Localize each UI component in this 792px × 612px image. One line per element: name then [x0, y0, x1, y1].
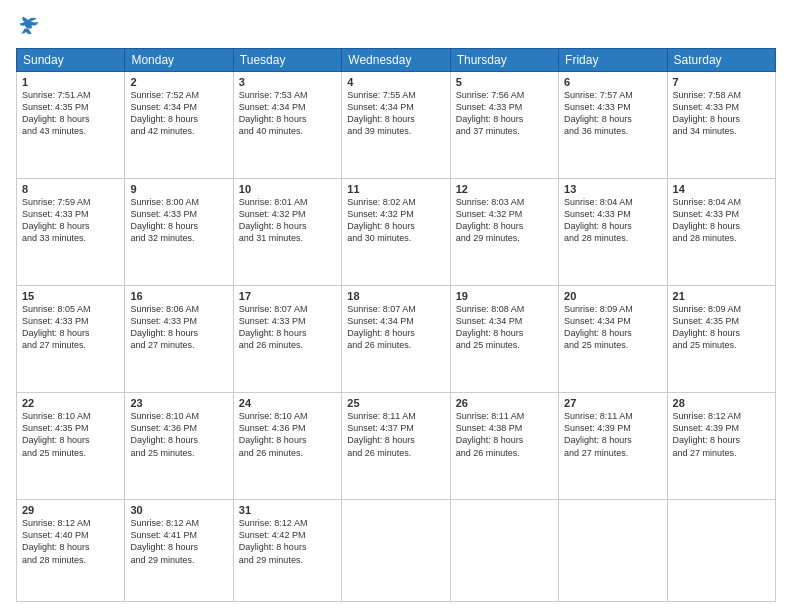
day-cell-3: 3Sunrise: 7:53 AMSunset: 4:34 PMDaylight…: [233, 72, 341, 179]
day-number: 4: [347, 76, 444, 88]
day-cell-5: 5Sunrise: 7:56 AMSunset: 4:33 PMDaylight…: [450, 72, 558, 179]
cell-content: Sunrise: 8:04 AMSunset: 4:33 PMDaylight:…: [673, 196, 770, 245]
weekday-header-monday: Monday: [125, 49, 233, 72]
weekday-header-thursday: Thursday: [450, 49, 558, 72]
day-number: 1: [22, 76, 119, 88]
cell-content: Sunrise: 8:09 AMSunset: 4:35 PMDaylight:…: [673, 303, 770, 352]
empty-cell: [450, 500, 558, 602]
day-number: 29: [22, 504, 119, 516]
weekday-header-row: SundayMondayTuesdayWednesdayThursdayFrid…: [17, 49, 776, 72]
cell-content: Sunrise: 8:00 AMSunset: 4:33 PMDaylight:…: [130, 196, 227, 245]
day-number: 14: [673, 183, 770, 195]
weekday-header-saturday: Saturday: [667, 49, 775, 72]
logo-bird-icon: [16, 16, 40, 36]
day-number: 26: [456, 397, 553, 409]
day-cell-6: 6Sunrise: 7:57 AMSunset: 4:33 PMDaylight…: [559, 72, 667, 179]
cell-content: Sunrise: 8:08 AMSunset: 4:34 PMDaylight:…: [456, 303, 553, 352]
day-cell-14: 14Sunrise: 8:04 AMSunset: 4:33 PMDayligh…: [667, 179, 775, 286]
day-cell-24: 24Sunrise: 8:10 AMSunset: 4:36 PMDayligh…: [233, 393, 341, 500]
cell-content: Sunrise: 8:12 AMSunset: 4:39 PMDaylight:…: [673, 410, 770, 459]
logo: [16, 16, 42, 40]
week-row-1: 1Sunrise: 7:51 AMSunset: 4:35 PMDaylight…: [17, 72, 776, 179]
day-number: 11: [347, 183, 444, 195]
cell-content: Sunrise: 7:55 AMSunset: 4:34 PMDaylight:…: [347, 89, 444, 138]
day-cell-9: 9Sunrise: 8:00 AMSunset: 4:33 PMDaylight…: [125, 179, 233, 286]
day-number: 27: [564, 397, 661, 409]
day-cell-21: 21Sunrise: 8:09 AMSunset: 4:35 PMDayligh…: [667, 286, 775, 393]
day-number: 17: [239, 290, 336, 302]
cell-content: Sunrise: 8:10 AMSunset: 4:35 PMDaylight:…: [22, 410, 119, 459]
day-cell-13: 13Sunrise: 8:04 AMSunset: 4:33 PMDayligh…: [559, 179, 667, 286]
day-cell-4: 4Sunrise: 7:55 AMSunset: 4:34 PMDaylight…: [342, 72, 450, 179]
cell-content: Sunrise: 7:52 AMSunset: 4:34 PMDaylight:…: [130, 89, 227, 138]
day-number: 12: [456, 183, 553, 195]
empty-cell: [559, 500, 667, 602]
day-number: 21: [673, 290, 770, 302]
cell-content: Sunrise: 7:59 AMSunset: 4:33 PMDaylight:…: [22, 196, 119, 245]
day-cell-17: 17Sunrise: 8:07 AMSunset: 4:33 PMDayligh…: [233, 286, 341, 393]
day-cell-29: 29Sunrise: 8:12 AMSunset: 4:40 PMDayligh…: [17, 500, 125, 602]
day-cell-16: 16Sunrise: 8:06 AMSunset: 4:33 PMDayligh…: [125, 286, 233, 393]
day-cell-7: 7Sunrise: 7:58 AMSunset: 4:33 PMDaylight…: [667, 72, 775, 179]
cell-content: Sunrise: 8:07 AMSunset: 4:34 PMDaylight:…: [347, 303, 444, 352]
day-number: 5: [456, 76, 553, 88]
day-cell-22: 22Sunrise: 8:10 AMSunset: 4:35 PMDayligh…: [17, 393, 125, 500]
cell-content: Sunrise: 8:11 AMSunset: 4:38 PMDaylight:…: [456, 410, 553, 459]
day-number: 16: [130, 290, 227, 302]
cell-content: Sunrise: 8:12 AMSunset: 4:40 PMDaylight:…: [22, 517, 119, 566]
day-number: 8: [22, 183, 119, 195]
cell-content: Sunrise: 8:09 AMSunset: 4:34 PMDaylight:…: [564, 303, 661, 352]
weekday-header-friday: Friday: [559, 49, 667, 72]
day-cell-18: 18Sunrise: 8:07 AMSunset: 4:34 PMDayligh…: [342, 286, 450, 393]
cell-content: Sunrise: 8:11 AMSunset: 4:37 PMDaylight:…: [347, 410, 444, 459]
day-number: 3: [239, 76, 336, 88]
day-cell-31: 31Sunrise: 8:12 AMSunset: 4:42 PMDayligh…: [233, 500, 341, 602]
day-number: 7: [673, 76, 770, 88]
empty-cell: [342, 500, 450, 602]
cell-content: Sunrise: 8:01 AMSunset: 4:32 PMDaylight:…: [239, 196, 336, 245]
day-cell-12: 12Sunrise: 8:03 AMSunset: 4:32 PMDayligh…: [450, 179, 558, 286]
week-row-5: 29Sunrise: 8:12 AMSunset: 4:40 PMDayligh…: [17, 500, 776, 602]
day-cell-15: 15Sunrise: 8:05 AMSunset: 4:33 PMDayligh…: [17, 286, 125, 393]
day-number: 2: [130, 76, 227, 88]
day-number: 22: [22, 397, 119, 409]
day-number: 30: [130, 504, 227, 516]
week-row-4: 22Sunrise: 8:10 AMSunset: 4:35 PMDayligh…: [17, 393, 776, 500]
calendar-table: SundayMondayTuesdayWednesdayThursdayFrid…: [16, 48, 776, 602]
day-cell-8: 8Sunrise: 7:59 AMSunset: 4:33 PMDaylight…: [17, 179, 125, 286]
day-cell-26: 26Sunrise: 8:11 AMSunset: 4:38 PMDayligh…: [450, 393, 558, 500]
cell-content: Sunrise: 8:04 AMSunset: 4:33 PMDaylight:…: [564, 196, 661, 245]
day-number: 9: [130, 183, 227, 195]
header: [16, 16, 776, 40]
day-number: 19: [456, 290, 553, 302]
day-cell-11: 11Sunrise: 8:02 AMSunset: 4:32 PMDayligh…: [342, 179, 450, 286]
cell-content: Sunrise: 8:12 AMSunset: 4:42 PMDaylight:…: [239, 517, 336, 566]
day-number: 18: [347, 290, 444, 302]
week-row-2: 8Sunrise: 7:59 AMSunset: 4:33 PMDaylight…: [17, 179, 776, 286]
empty-cell: [667, 500, 775, 602]
cell-content: Sunrise: 8:02 AMSunset: 4:32 PMDaylight:…: [347, 196, 444, 245]
weekday-header-sunday: Sunday: [17, 49, 125, 72]
cell-content: Sunrise: 8:05 AMSunset: 4:33 PMDaylight:…: [22, 303, 119, 352]
cell-content: Sunrise: 8:03 AMSunset: 4:32 PMDaylight:…: [456, 196, 553, 245]
weekday-header-wednesday: Wednesday: [342, 49, 450, 72]
cell-content: Sunrise: 8:07 AMSunset: 4:33 PMDaylight:…: [239, 303, 336, 352]
day-number: 15: [22, 290, 119, 302]
day-cell-23: 23Sunrise: 8:10 AMSunset: 4:36 PMDayligh…: [125, 393, 233, 500]
day-number: 31: [239, 504, 336, 516]
day-cell-10: 10Sunrise: 8:01 AMSunset: 4:32 PMDayligh…: [233, 179, 341, 286]
cell-content: Sunrise: 7:51 AMSunset: 4:35 PMDaylight:…: [22, 89, 119, 138]
day-cell-25: 25Sunrise: 8:11 AMSunset: 4:37 PMDayligh…: [342, 393, 450, 500]
day-number: 13: [564, 183, 661, 195]
day-cell-27: 27Sunrise: 8:11 AMSunset: 4:39 PMDayligh…: [559, 393, 667, 500]
cell-content: Sunrise: 8:06 AMSunset: 4:33 PMDaylight:…: [130, 303, 227, 352]
day-number: 28: [673, 397, 770, 409]
cell-content: Sunrise: 7:58 AMSunset: 4:33 PMDaylight:…: [673, 89, 770, 138]
day-cell-1: 1Sunrise: 7:51 AMSunset: 4:35 PMDaylight…: [17, 72, 125, 179]
day-number: 25: [347, 397, 444, 409]
day-number: 24: [239, 397, 336, 409]
page: SundayMondayTuesdayWednesdayThursdayFrid…: [0, 0, 792, 612]
day-number: 10: [239, 183, 336, 195]
week-row-3: 15Sunrise: 8:05 AMSunset: 4:33 PMDayligh…: [17, 286, 776, 393]
cell-content: Sunrise: 8:11 AMSunset: 4:39 PMDaylight:…: [564, 410, 661, 459]
